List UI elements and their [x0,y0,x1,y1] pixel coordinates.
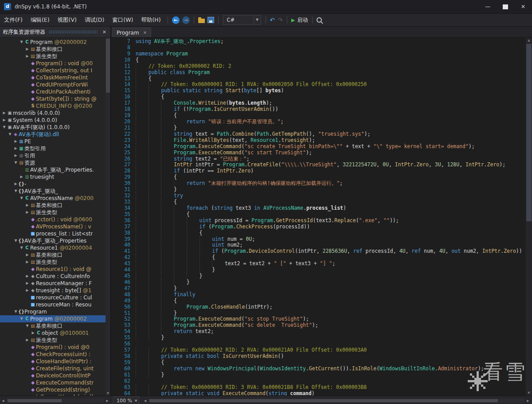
tree-item[interactable]: ▶▥truesight [0,173,106,180]
tree-item[interactable]: ◆AVProcessName() : v [0,223,106,230]
tree-item[interactable]: ▼▤资源 [0,159,106,166]
forward-button[interactable]: → [182,16,190,24]
expander-icon[interactable]: ▼ [19,244,24,251]
language-combobox[interactable]: C# ▼ [223,15,261,25]
scroll-down-icon[interactable]: ▼ [526,391,532,395]
code-line[interactable]: 27 IntPtr intPtr = Program.CreateFile("\… [111,162,526,168]
redo-button[interactable]: ↷ [278,16,283,24]
code-line[interactable]: 48 finally [111,292,526,298]
code-line[interactable]: 18 if (!Program.IsCurrentUserAdmin()) [111,106,526,113]
code-line[interactable]: 50 Program.CloseHandle(intPtr); [111,304,526,310]
menu-item[interactable]: 帮助(H) [137,14,164,26]
tree-item[interactable]: ▼{}AV杀手_驱动_ [0,188,106,195]
tree-item[interactable]: ▼{}AV杀手_驱动_.Properties [0,237,106,244]
tree-item[interactable]: ▶▤派生类型 [0,209,106,216]
tree-item[interactable]: ◆CoTaskMemFree(Int [0,74,106,81]
expander-icon[interactable]: ▶ [2,117,7,124]
code-line[interactable]: 53 Program.ExecuteCommand("sc delete Tru… [111,322,526,329]
code-line[interactable]: 34 foreach (string text3 in AVProcessNam… [111,205,526,212]
tree-item[interactable]: ◆CloseHandle(IntPtr) : [0,358,106,365]
code-line[interactable]: 26 string text2 = "已结束："; [111,156,526,162]
code-line[interactable]: 17 Console.WriteLine(bytes.Length); [111,100,526,106]
code-line[interactable]: 9namespace Program [111,51,526,57]
tree-item[interactable]: ▶▤派生类型 [0,259,106,266]
zoom-combobox[interactable]: 100 % ▼ [113,396,139,404]
code-line[interactable]: 12 public class Program [111,70,526,76]
code-line[interactable]: 51 } [111,310,526,317]
tree-item[interactable]: ▶▣System (4.0.0.0) [0,117,106,124]
open-button[interactable] [198,17,205,23]
tree-item[interactable]: ▶▦PE [0,138,106,145]
code-line[interactable]: 8 [111,45,526,51]
code-line[interactable]: 16 { [111,94,526,100]
code-line[interactable]: 28 if (intPtr == IntPtr.Zero) [111,168,526,174]
tree-item[interactable]: ▶Cobject @0100001 [0,329,106,337]
expander-icon[interactable]: ▼ [13,188,18,195]
code-line[interactable]: 47 } [111,286,526,292]
scrollbar-thumb[interactable] [149,399,498,402]
search-assemblies-button[interactable] [317,17,324,23]
code-line[interactable]: 54 return text2; [111,329,526,335]
menu-item[interactable]: 编辑(E) [27,14,54,26]
expander-icon[interactable]: ▶ [13,145,18,152]
menu-item[interactable]: 视图(V) [54,14,81,26]
expander-icon[interactable]: ▶ [25,259,30,266]
tree-item[interactable]: ▥AV杀手_驱动_.Properties. [0,166,106,173]
expander-icon[interactable]: ▶ [25,202,30,209]
code-line[interactable]: 25 Program.ExecuteCommand("sc start True… [111,150,526,156]
code-line[interactable]: 57 // Token: 0x06000002 RID: 2 RVA: 0x00… [111,347,526,353]
code-line[interactable]: 64 private static void ExecuteCommand(st… [111,391,526,396]
scrollbar-thumb[interactable] [526,44,532,221]
code-line[interactable]: 11 // Token: 0x02000002 RID: 2 [111,63,526,70]
code-line[interactable]: 36 uint processId = Program.GetProcessId… [111,218,526,224]
code-line[interactable]: 52 Program.ExecuteCommand("sc stop TrueS… [111,316,526,322]
code-line[interactable]: 43 text2 = text2 + " [" + text3 + "] "; [111,261,526,267]
expander-icon[interactable]: ▶ [19,173,24,180]
tree-item[interactable]: ▶▦类型引用 [0,145,106,152]
tree-item[interactable]: ■process_list : List<str [0,230,106,237]
expander-icon[interactable]: ▼ [13,159,18,166]
scroll-right-icon[interactable]: ▶ [104,399,110,403]
tree-item[interactable]: ◆DeviceIoControl(IntP [0,372,106,379]
tab-close-icon[interactable]: ✕ [143,30,147,35]
scroll-down-icon[interactable]: ▼ [106,392,110,395]
maximize-button[interactable] [497,0,514,13]
code-line[interactable]: 39 uint num = 0U; [111,236,526,243]
expander-icon[interactable]: ▶ [2,110,7,117]
tree-item[interactable]: ▼CResource1 @02000004 [0,244,106,251]
expander-icon[interactable]: ▶ [25,46,30,53]
tree-item[interactable]: ▶◈truesight : byte[] @1 [0,287,106,294]
expander-icon[interactable]: ▶ [25,337,30,344]
expander-icon[interactable]: ▼ [19,39,24,46]
tree-item[interactable]: ■resourceMan : Resou [0,301,106,308]
code-line[interactable]: 20 return "错误：当前用户不是管理员。"; [111,119,526,125]
close-button[interactable]: ✕ [514,0,532,13]
scroll-left-icon[interactable]: ◀ [0,399,6,403]
tree-item[interactable]: ◆IsCurrentUserAdmin() [0,393,106,396]
tree-item[interactable]: ◆CheckProcess(uint) : [0,351,106,358]
editor-vertical-scrollbar[interactable]: ▲ ▼ [526,38,532,396]
tree-vertical-scrollbar[interactable]: ▼ [106,38,110,396]
tree-item[interactable]: ▼▤基类和接口 [0,322,106,329]
tree-item[interactable]: ▶▤基类和接口 [0,202,106,209]
code-line[interactable]: 30 return "未能打开驱动程序的句柄!确保驱动程序已加载并运行。"; [111,180,526,187]
expander-icon[interactable]: ▼ [13,308,18,315]
code-line[interactable]: 42 { [111,255,526,261]
code-line[interactable]: 7using AV杀手_驱动_.Properties; [111,39,526,45]
code-line[interactable]: 44 } [111,267,526,273]
tree-item[interactable]: ◆GetProcessId(string) [0,386,106,393]
tree-item[interactable]: ◆Program() : void @00 [0,60,106,67]
tab-program[interactable]: Program ✕ [112,27,151,37]
code-line[interactable]: 37 if (Program.CheckProcess(processId)) [111,224,526,230]
code-line[interactable]: 46 } [111,279,526,286]
code-line[interactable]: 23 File.WriteAllBytes(text, Resource1.tr… [111,137,526,144]
expander-icon[interactable]: ▼ [19,315,24,322]
panel-close-button[interactable]: ✕ [101,29,108,35]
tree-item[interactable]: ▶◈Culture : CultureInfo [0,273,106,280]
scroll-right-icon[interactable]: ▶ [525,399,531,403]
code-line[interactable]: 38 { [111,230,526,236]
tree-item[interactable]: ▶{}- [0,180,106,188]
start-debugging-button[interactable]: ▶ 启动 [291,16,308,24]
back-button[interactable]: ← [172,16,180,24]
expander-icon[interactable]: ▶ [25,280,30,287]
